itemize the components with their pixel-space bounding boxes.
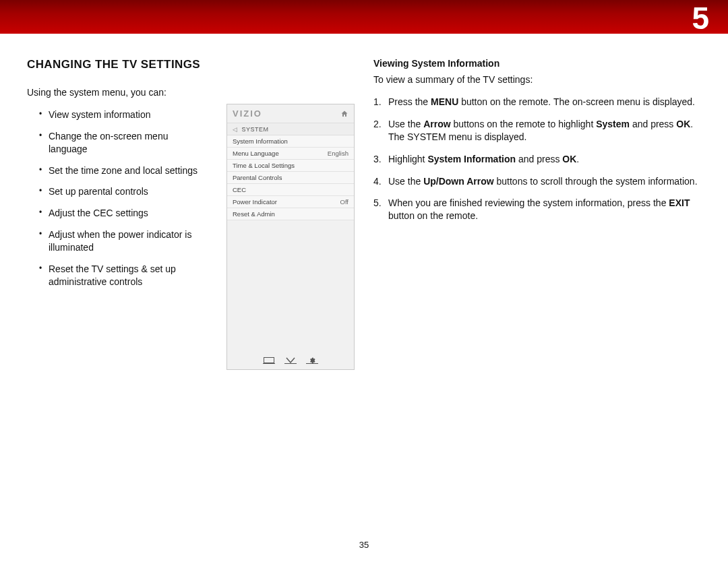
step-text: Press the (388, 96, 431, 107)
osd-item-label: Parental Controls (233, 174, 282, 181)
gear-icon (306, 357, 318, 364)
osd-menu-item: Reset & Admin (227, 208, 354, 220)
list-item: Reset the TV settings & set up administr… (39, 263, 209, 288)
osd-menu-item: System Information (227, 135, 354, 148)
chapter-banner: 5 (0, 0, 728, 34)
list-item: Adjust when the power indicator is illum… (39, 228, 209, 254)
step-text: and press (630, 119, 676, 129)
brand-logo: VIZIO (233, 108, 262, 119)
osd-header: VIZIO (227, 104, 354, 123)
column-right: Viewing System Information To view a sum… (373, 58, 701, 370)
steps-list: Press the MENU button on the remote. The… (373, 96, 701, 222)
step-text: Use the (388, 176, 423, 187)
column-middle: VIZIO ◁ SYSTEM System Information Menu L… (226, 58, 356, 370)
home-icon (340, 110, 348, 118)
osd-footer-icons (227, 357, 354, 364)
step-bold: OK (562, 154, 576, 164)
list-item: Set up parental controls (39, 185, 209, 198)
osd-item-label: System Information (233, 137, 288, 145)
step-bold: Up/Down Arrow (423, 176, 493, 187)
osd-menu-item: Time & Local Settings (227, 160, 354, 172)
back-icon: ◁ (233, 126, 238, 133)
step-item: Use the Up/Down Arrow buttons to scroll … (373, 175, 701, 188)
step-text: buttons to scroll through the system inf… (494, 176, 698, 187)
osd-item-label: Reset & Admin (233, 210, 275, 218)
osd-item-label: Menu Language (233, 150, 279, 157)
osd-item-label: CEC (233, 186, 246, 193)
osd-menu-list: System Information Menu LanguageEnglish … (227, 135, 354, 220)
step-bold: System (596, 119, 630, 129)
step-item: Highlight System Information and press O… (373, 153, 701, 166)
step-bold: MENU (431, 96, 458, 107)
osd-menu-item: CEC (227, 184, 354, 196)
step-text: . (576, 154, 579, 164)
list-item: Change the on-screen menu language (39, 130, 209, 156)
osd-screen-title: SYSTEM (242, 126, 269, 133)
page-body: CHANGING THE TV SETTINGS Using the syste… (0, 34, 728, 370)
step-text: and press (516, 154, 562, 164)
wide-icon (263, 357, 275, 364)
intro-text: Using the system menu, you can: (27, 86, 209, 99)
list-item: Adjust the CEC settings (39, 207, 209, 220)
section-heading: CHANGING THE TV SETTINGS (27, 58, 209, 71)
step-text: Use the (388, 119, 423, 129)
step-bold: EXIT (669, 197, 690, 208)
step-text: buttons on the remote to highlight (451, 119, 597, 129)
osd-item-value: Off (340, 198, 349, 206)
osd-screenshot: VIZIO ◁ SYSTEM System Information Menu L… (226, 104, 355, 370)
osd-item-label: Power Indicator (233, 198, 277, 206)
svg-rect-0 (264, 358, 274, 363)
osd-menu-item: Menu LanguageEnglish (227, 148, 354, 160)
subsection-lead: To view a summary of the TV settings: (373, 74, 701, 85)
list-item: View system information (39, 108, 209, 121)
step-item: Press the MENU button on the remote. The… (373, 96, 701, 108)
osd-breadcrumb: ◁ SYSTEM (227, 123, 354, 135)
step-bold: Arrow (423, 119, 450, 129)
step-bold: System Information (427, 154, 516, 164)
column-left: CHANGING THE TV SETTINGS Using the syste… (27, 58, 209, 370)
osd-menu-item: Power IndicatorOff (227, 196, 354, 208)
osd-item-value: English (328, 150, 348, 157)
v-icon (284, 357, 297, 364)
step-item: When you are finished reviewing the syst… (373, 197, 701, 222)
page-number: 35 (0, 540, 728, 550)
capabilities-list: View system information Change the on-sc… (27, 108, 209, 288)
list-item: Set the time zone and local settings (39, 164, 209, 177)
step-text: button on the remote. The on-screen menu… (458, 96, 695, 107)
step-bold: OK (676, 119, 690, 129)
step-item: Use the Arrow buttons on the remote to h… (373, 118, 701, 144)
chapter-number: 5 (692, 0, 709, 36)
step-text: When you are finished reviewing the syst… (388, 197, 669, 208)
osd-item-label: Time & Local Settings (233, 162, 295, 169)
osd-menu-item: Parental Controls (227, 172, 354, 184)
step-text: button on the remote. (388, 210, 478, 221)
step-text: Highlight (388, 154, 427, 164)
subsection-heading: Viewing System Information (373, 58, 701, 69)
